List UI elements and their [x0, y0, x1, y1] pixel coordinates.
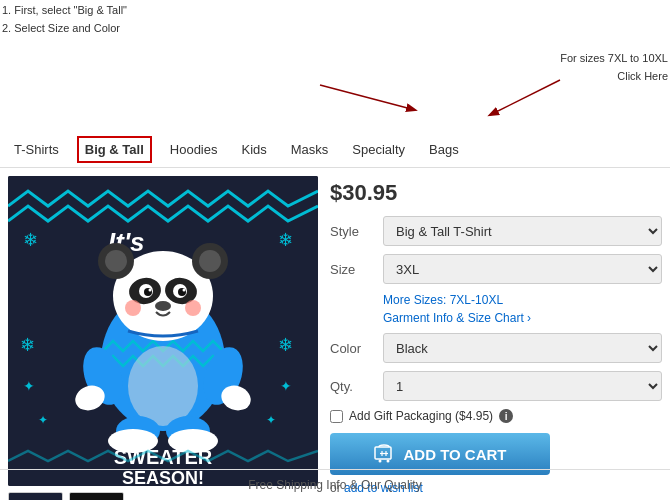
- style-select[interactable]: Big & Tall T-Shirt Standard T-Shirt: [383, 216, 662, 246]
- footer-text: Free Shipping Info & Our Quality: [248, 478, 421, 492]
- svg-point-53: [387, 460, 390, 463]
- qty-label: Qty.: [330, 379, 375, 394]
- svg-point-20: [155, 301, 171, 311]
- product-price: $30.95: [330, 180, 662, 206]
- nav-hoodies[interactable]: Hoodies: [164, 138, 224, 161]
- color-label: Color: [330, 341, 375, 356]
- svg-text:✦: ✦: [280, 378, 292, 394]
- svg-text:✦: ✦: [266, 413, 276, 427]
- color-row: Color Black White Navy Red: [330, 333, 662, 363]
- svg-point-11: [199, 250, 221, 272]
- style-row: Style Big & Tall T-Shirt Standard T-Shir…: [330, 216, 662, 246]
- svg-text:❄: ❄: [23, 230, 38, 250]
- info-icon[interactable]: i: [499, 409, 513, 423]
- svg-point-9: [105, 250, 127, 272]
- gift-row: Add Gift Packaging ($4.95) i: [330, 409, 662, 423]
- cart-icon: [373, 443, 395, 465]
- style-label: Style: [330, 224, 375, 239]
- svg-point-21: [125, 300, 141, 316]
- size-select[interactable]: SML XL2XL3XL 4XL5XL6XL: [383, 254, 662, 284]
- category-nav: T-Shirts Big & Tall Hoodies Kids Masks S…: [0, 132, 670, 168]
- svg-point-18: [149, 289, 152, 292]
- add-to-cart-label: ADD TO CART: [403, 446, 506, 463]
- svg-point-19: [183, 289, 186, 292]
- svg-text:❄: ❄: [20, 335, 35, 355]
- gift-checkbox[interactable]: [330, 410, 343, 423]
- nav-tshirts[interactable]: T-Shirts: [8, 138, 65, 161]
- size-row: Size SML XL2XL3XL 4XL5XL6XL: [330, 254, 662, 284]
- size-label: Size: [330, 262, 375, 277]
- svg-line-1: [490, 80, 560, 115]
- annotation-steps: 1. First, select "Big & Tall" 2. Select …: [2, 2, 127, 37]
- svg-point-52: [379, 460, 382, 463]
- nav-bags[interactable]: Bags: [423, 138, 465, 161]
- qty-select[interactable]: 1 2345: [383, 371, 662, 401]
- main-layout: ❄ ❄ It's: [0, 168, 670, 500]
- more-sizes-link[interactable]: More Sizes: 7XL-10XL: [383, 293, 503, 307]
- nav-kids[interactable]: Kids: [235, 138, 272, 161]
- svg-line-0: [320, 85, 415, 110]
- nav-specialty[interactable]: Specialty: [346, 138, 411, 161]
- product-image-area: ❄ ❄ It's: [8, 176, 318, 500]
- nav-masks[interactable]: Masks: [285, 138, 335, 161]
- annotation-area: 1. First, select "Big & Tall" 2. Select …: [0, 0, 670, 130]
- svg-text:❄: ❄: [278, 230, 293, 250]
- footer-bar: Free Shipping Info & Our Quality: [0, 469, 670, 500]
- svg-point-22: [185, 300, 201, 316]
- annotation-sizes-note: For sizes 7XL to 10XL Click Here: [560, 50, 668, 85]
- svg-point-27: [128, 346, 198, 426]
- garment-info-link[interactable]: Garment Info & Size Chart ›: [383, 311, 662, 325]
- product-main-image: ❄ ❄ It's: [8, 176, 318, 486]
- qty-row: Qty. 1 2345: [330, 371, 662, 401]
- more-sizes-container: More Sizes: 7XL-10XL: [383, 292, 662, 307]
- svg-text:✦: ✦: [38, 413, 48, 427]
- nav-big-tall[interactable]: Big & Tall: [77, 136, 152, 163]
- product-details: $30.95 Style Big & Tall T-Shirt Standard…: [330, 176, 662, 500]
- svg-text:✦: ✦: [23, 378, 35, 394]
- product-illustration: ❄ ❄ It's: [8, 176, 318, 486]
- gift-label: Add Gift Packaging ($4.95): [349, 409, 493, 423]
- svg-text:❄: ❄: [278, 335, 293, 355]
- color-select[interactable]: Black White Navy Red: [383, 333, 662, 363]
